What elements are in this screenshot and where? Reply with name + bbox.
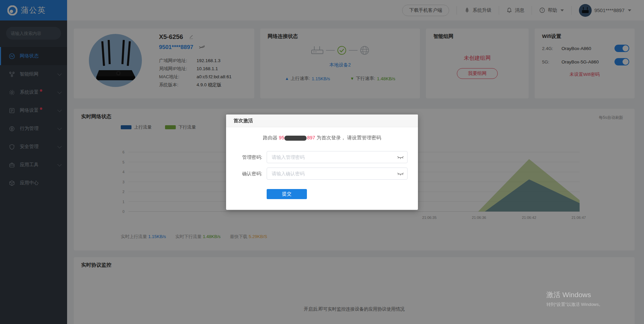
eye-closed-icon[interactable] xyxy=(396,171,405,177)
modal-title: 首次激活 xyxy=(226,114,418,127)
confirm-password-row: 确认密码: xyxy=(226,168,418,180)
confirm-password-field[interactable] xyxy=(267,168,408,180)
router-sn-prefix: 95 xyxy=(279,135,284,140)
windows-activation-watermark: 激活 Windows 转到“设置”以激活 Windows。 xyxy=(546,290,603,308)
eye-closed-icon[interactable] xyxy=(396,154,405,160)
admin-password-row: 管理密码: xyxy=(226,151,418,163)
submit-button[interactable]: 提交 xyxy=(267,189,307,199)
confirm-password-label: 确认密码: xyxy=(230,168,262,180)
redaction-blob xyxy=(284,136,307,141)
admin-password-label: 管理密码: xyxy=(230,151,262,163)
admin-password-field[interactable] xyxy=(267,151,408,163)
first-activation-modal: 首次激活 路由器 95897 为首次登录， 请设置管理密码 管理密码: 确认密码… xyxy=(226,114,418,210)
modal-message: 路由器 95897 为首次登录， 请设置管理密码 xyxy=(226,135,418,141)
router-sn-suffix: 897 xyxy=(307,135,315,140)
